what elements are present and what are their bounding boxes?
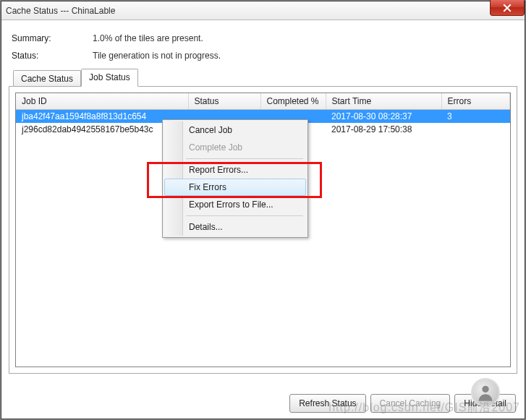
- close-icon: [503, 4, 512, 12]
- svg-point-0: [482, 386, 488, 393]
- tab-job-status[interactable]: Job Status: [81, 69, 138, 87]
- col-start-time[interactable]: Start Time: [326, 93, 441, 110]
- summary-value: 1.0% of the tiles are present.: [93, 33, 203, 43]
- menu-export-errors[interactable]: Export Errors to File...: [164, 196, 306, 213]
- cell-start-time: 2017-08-29 17:50:38: [326, 123, 441, 136]
- window-title: Cache Status --- ChinaLable: [6, 6, 115, 16]
- cell-errors: 3: [441, 110, 510, 124]
- status-value: Tile generation is not in progress.: [93, 51, 221, 61]
- menu-details[interactable]: Details...: [164, 218, 306, 236]
- menu-report-errors[interactable]: Report Errors...: [164, 161, 306, 179]
- person-icon: [475, 382, 496, 403]
- watermark-avatar: [471, 378, 500, 407]
- table-header-row: Job ID Status Completed % Start Time Err…: [16, 93, 510, 110]
- close-button[interactable]: [490, 0, 525, 16]
- menu-fix-errors[interactable]: Fix Errors: [164, 179, 306, 196]
- col-completed[interactable]: Completed %: [260, 93, 326, 110]
- menu-separator: [186, 215, 303, 216]
- refresh-status-button[interactable]: Refresh Status: [289, 394, 365, 413]
- menu-cancel-job[interactable]: Cancel Job: [164, 121, 306, 139]
- titlebar: Cache Status --- ChinaLable: [1, 1, 525, 20]
- col-status[interactable]: Status: [188, 93, 260, 110]
- summary-row: Summary: 1.0% of the tiles are present.: [12, 33, 517, 43]
- cell-errors: [441, 123, 510, 136]
- status-label: Status:: [12, 51, 93, 61]
- summary-label: Summary:: [12, 33, 93, 43]
- col-job-id[interactable]: Job ID: [16, 93, 188, 110]
- context-menu: Cancel Job Complete Job Report Errors...…: [162, 119, 308, 238]
- menu-complete-job[interactable]: Complete Job: [164, 139, 306, 156]
- status-row: Status: Tile generation is not in progre…: [12, 51, 517, 61]
- cancel-caching-button[interactable]: Cancel Caching: [370, 394, 451, 413]
- menu-separator: [186, 158, 303, 159]
- cell-start-time: 2017-08-30 08:28:37: [326, 110, 441, 124]
- col-errors[interactable]: Errors: [441, 93, 510, 110]
